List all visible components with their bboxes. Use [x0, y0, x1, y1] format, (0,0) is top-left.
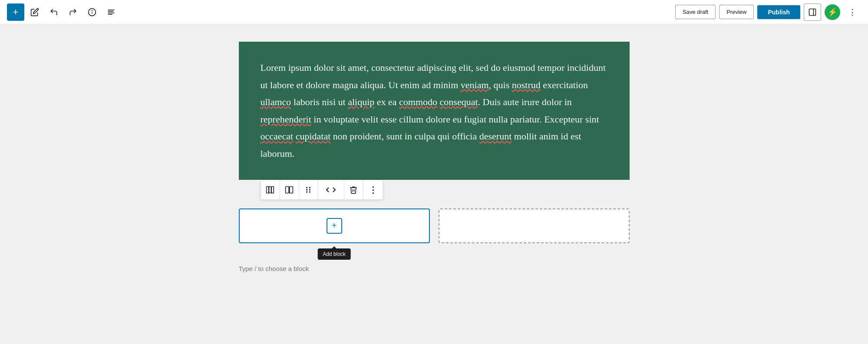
more-options-button[interactable]: ⋮	[844, 3, 861, 21]
svg-point-15	[309, 187, 310, 188]
toolbar-left: +	[7, 3, 675, 21]
editor-content: Lorem ipsum dolor sit amet, consectetur …	[239, 42, 630, 327]
add-block-toolbar-button[interactable]: +	[7, 3, 24, 21]
right-column-block[interactable]	[439, 208, 630, 243]
undo-button[interactable]	[45, 3, 63, 21]
undo-icon	[50, 8, 58, 17]
info-button[interactable]	[83, 3, 101, 21]
redo-button[interactable]	[64, 3, 82, 21]
edit-mode-button[interactable]	[26, 3, 43, 21]
svg-point-14	[306, 187, 307, 188]
code-editor-button[interactable]	[318, 180, 344, 199]
drag-handle-button[interactable]	[299, 180, 318, 199]
split-columns-button[interactable]	[280, 180, 299, 199]
code-icon	[326, 185, 336, 194]
preview-button[interactable]: Preview	[719, 5, 754, 19]
green-block-text: Lorem ipsum dolor sit amet, consectetur …	[261, 59, 608, 162]
amp-button[interactable]: ⚡	[825, 4, 840, 20]
split-columns-icon	[285, 185, 294, 194]
lightning-icon: ⚡	[828, 7, 837, 17]
info-icon	[88, 8, 96, 17]
document-overview-button[interactable]	[102, 3, 120, 21]
svg-rect-7	[809, 9, 816, 15]
svg-rect-11	[271, 186, 274, 193]
block-toolbar: ⋮	[261, 180, 383, 200]
svg-rect-9	[267, 186, 269, 193]
sidebar-toggle-button[interactable]	[804, 3, 821, 21]
svg-rect-13	[290, 186, 293, 193]
sidebar-icon	[808, 8, 817, 17]
green-cover-block[interactable]: Lorem ipsum dolor sit amet, consectetur …	[239, 42, 630, 180]
block-more-options-button[interactable]: ⋮	[363, 180, 383, 199]
svg-point-18	[306, 191, 307, 192]
block-kebab-icon: ⋮	[369, 185, 377, 195]
columns-layout-button[interactable]	[261, 180, 280, 199]
columns-icon	[266, 185, 274, 194]
svg-rect-10	[269, 186, 271, 193]
plus-icon: +	[332, 221, 337, 231]
top-toolbar: +	[0, 0, 868, 24]
svg-rect-12	[286, 186, 289, 193]
grip-icon	[304, 185, 313, 194]
columns-row: + Add block	[239, 208, 630, 243]
toolbar-right: Save draft Preview Publish ⚡ ⋮	[675, 3, 861, 21]
redo-icon	[69, 8, 77, 17]
content-area: Lorem ipsum dolor sit amet, consectetur …	[0, 24, 868, 344]
type-hint: Type / to choose a block	[239, 265, 630, 272]
pencil-icon	[30, 8, 39, 17]
kebab-icon: ⋮	[848, 7, 856, 17]
left-column-block[interactable]: + Add block	[239, 208, 430, 243]
list-icon	[107, 8, 116, 17]
delete-block-button[interactable]	[344, 180, 363, 199]
add-block-tooltip: Add block	[317, 248, 351, 260]
svg-point-16	[306, 189, 307, 190]
save-draft-button[interactable]: Save draft	[675, 5, 716, 19]
svg-point-19	[309, 191, 310, 192]
delete-icon	[349, 185, 358, 194]
svg-point-17	[309, 189, 310, 190]
add-block-in-column-button[interactable]: +	[327, 218, 342, 234]
publish-button[interactable]: Publish	[757, 5, 800, 19]
